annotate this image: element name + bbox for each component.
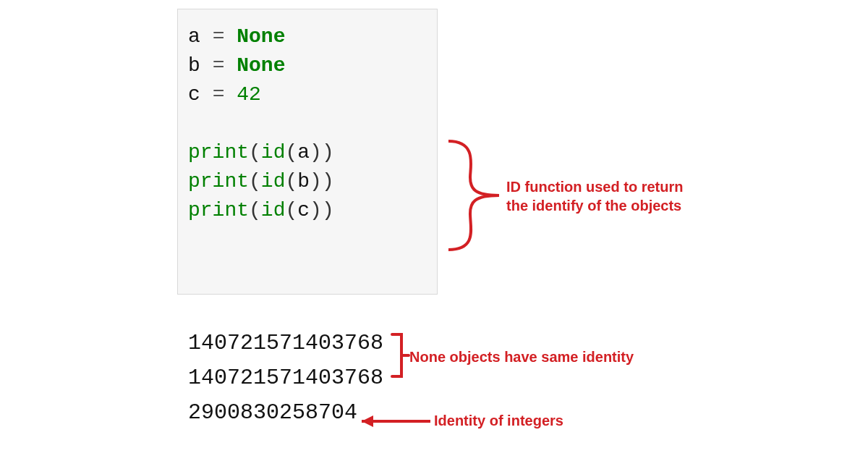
output-line-3: 2900830258704 xyxy=(188,395,383,430)
output-block: 140721571403768 140721571403768 29008302… xyxy=(188,326,383,430)
output-line-2: 140721571403768 xyxy=(188,360,383,395)
none-literal: None xyxy=(237,54,285,77)
code-line-1: a = None xyxy=(188,25,285,48)
brace-icon xyxy=(448,141,499,250)
annotation-none-identity: None objects have same identity xyxy=(409,349,634,366)
annotation-integer-identity: Identity of integers xyxy=(434,413,563,429)
print-fn: print xyxy=(188,170,249,193)
print-fn: print xyxy=(188,199,249,221)
annotation-id-function: ID function used to return the identify … xyxy=(506,177,731,215)
code-line-2: b = None xyxy=(188,54,285,77)
id-fn: id xyxy=(261,141,286,164)
int-literal: 42 xyxy=(237,83,261,106)
none-literal: None xyxy=(237,25,285,48)
bracket-icon xyxy=(392,334,409,376)
code-line-7: print(id(c)) xyxy=(188,199,334,221)
code-line-3: c = 42 xyxy=(188,83,261,106)
code-line-5: print(id(a)) xyxy=(188,141,334,164)
var-a: a xyxy=(188,25,200,48)
print-fn: print xyxy=(188,141,249,164)
var-c: c xyxy=(188,83,200,106)
code-block: a = None b = None c = 42 print(id(a)) pr… xyxy=(177,9,438,295)
id-fn: id xyxy=(261,170,286,193)
var-b: b xyxy=(188,54,200,77)
assign-op: = xyxy=(213,54,225,77)
output-line-1: 140721571403768 xyxy=(188,326,383,360)
assign-op: = xyxy=(213,83,225,106)
id-fn: id xyxy=(261,199,286,221)
code-line-6: print(id(b)) xyxy=(188,170,334,193)
assign-op: = xyxy=(213,25,225,48)
